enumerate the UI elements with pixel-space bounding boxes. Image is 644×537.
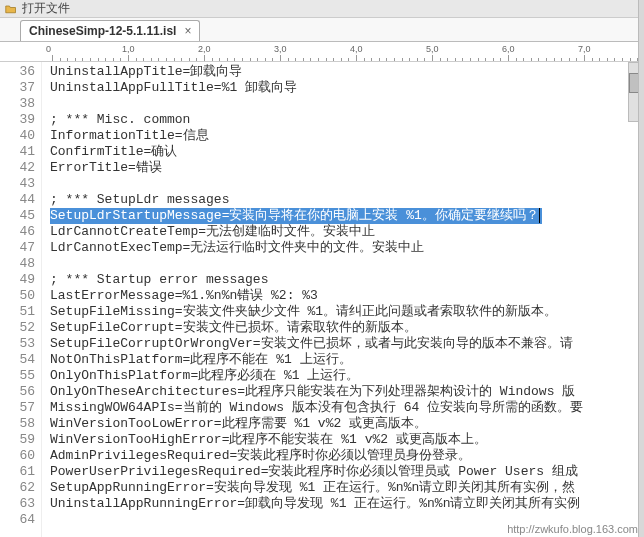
code-line[interactable]: UninstallAppFullTitle=%1 卸载向导	[50, 80, 644, 96]
menu-bar: 打开文件	[0, 0, 644, 18]
line-number: 55	[0, 368, 35, 384]
code-line[interactable]: LastErrorMessage=%1.%n%n错误 %2: %3	[50, 288, 644, 304]
ruler-label: 0	[46, 44, 51, 54]
open-file-label[interactable]: 打开文件	[22, 0, 70, 17]
line-number: 52	[0, 320, 35, 336]
line-number: 39	[0, 112, 35, 128]
open-file-icon[interactable]	[4, 2, 18, 16]
code-line[interactable]: SetupAppRunningError=安装向导发现 %1 正在运行。%n%n…	[50, 480, 644, 496]
line-gutter: 3637383940414243444546474849505152535455…	[0, 62, 42, 537]
code-line[interactable]: SetupLdrStartupMessage=安装向导将在你的电脑上安装 %1。…	[50, 208, 542, 224]
code-editor[interactable]: 3637383940414243444546474849505152535455…	[0, 62, 644, 537]
line-number: 37	[0, 80, 35, 96]
line-number: 58	[0, 416, 35, 432]
code-line[interactable]: SetupFileCorruptOrWrongVer=安装文件已损坏，或者与此安…	[50, 336, 644, 352]
ruler-label: 5,0	[426, 44, 439, 54]
ruler-label: 2,0	[198, 44, 211, 54]
tab-bar: ChineseSimp-12-5.1.11.isl ×	[0, 18, 644, 42]
code-line[interactable]: NotOnThisPlatform=此程序不能在 %1 上运行。	[50, 352, 644, 368]
code-line[interactable]: ; *** Startup error messages	[50, 272, 644, 288]
code-line[interactable]: PowerUserPrivilegesRequired=安装此程序时你必须以管理…	[50, 464, 644, 480]
ruler-label: 4,0	[350, 44, 363, 54]
code-line[interactable]: AdminPrivilegesRequired=安装此程序时你必须以管理员身份登…	[50, 448, 644, 464]
code-line[interactable]	[50, 256, 644, 272]
line-number: 38	[0, 96, 35, 112]
code-line[interactable]: OnlyOnTheseArchitectures=此程序只能安装在为下列处理器架…	[50, 384, 644, 400]
code-line[interactable]: MissingWOW64APIs=当前的 Windows 版本没有包含执行 64…	[50, 400, 644, 416]
code-line[interactable]: WinVersionTooLowError=此程序需要 %1 v%2 或更高版本…	[50, 416, 644, 432]
file-tab[interactable]: ChineseSimp-12-5.1.11.isl ×	[20, 20, 200, 41]
line-number: 60	[0, 448, 35, 464]
tab-close-icon[interactable]: ×	[184, 24, 191, 38]
line-number: 59	[0, 432, 35, 448]
line-number: 41	[0, 144, 35, 160]
line-number: 51	[0, 304, 35, 320]
code-line[interactable]: ; *** SetupLdr messages	[50, 192, 644, 208]
line-number: 54	[0, 352, 35, 368]
line-number: 43	[0, 176, 35, 192]
line-number: 46	[0, 224, 35, 240]
ruler-label: 7,0	[578, 44, 591, 54]
code-line[interactable]	[50, 176, 644, 192]
line-number: 48	[0, 256, 35, 272]
ruler-label: 3,0	[274, 44, 287, 54]
line-number: 49	[0, 272, 35, 288]
code-line[interactable]: SetupFileMissing=安装文件夹缺少文件 %1。请纠正此问题或者索取…	[50, 304, 644, 320]
code-line[interactable]: LdrCannotCreateTemp=无法创建临时文件。安装中止	[50, 224, 644, 240]
line-number: 63	[0, 496, 35, 512]
code-line[interactable]: SetupFileCorrupt=安装文件已损坏。请索取软件的新版本。	[50, 320, 644, 336]
tab-filename: ChineseSimp-12-5.1.11.isl	[29, 24, 176, 38]
line-number: 64	[0, 512, 35, 528]
footer-watermark: http://zwkufo.blog.163.com	[507, 523, 638, 535]
line-number: 57	[0, 400, 35, 416]
code-line[interactable]: ConfirmTitle=确认	[50, 144, 644, 160]
line-number: 45	[0, 208, 35, 224]
line-number: 61	[0, 464, 35, 480]
line-number: 53	[0, 336, 35, 352]
code-area[interactable]: UninstallAppTitle=卸载向导UninstallAppFullTi…	[42, 62, 644, 537]
code-line[interactable]: UninstallAppRunningError=卸载向导发现 %1 正在运行。…	[50, 496, 644, 512]
code-line[interactable]: WinVersionTooHighError=此程序不能安装在 %1 v%2 或…	[50, 432, 644, 448]
line-number: 50	[0, 288, 35, 304]
line-number: 56	[0, 384, 35, 400]
line-number: 42	[0, 160, 35, 176]
line-number: 44	[0, 192, 35, 208]
line-number: 36	[0, 64, 35, 80]
code-line[interactable]: OnlyOnThisPlatform=此程序必须在 %1 上运行。	[50, 368, 644, 384]
right-border	[638, 0, 644, 537]
code-line[interactable]: UninstallAppTitle=卸载向导	[50, 64, 644, 80]
line-number: 62	[0, 480, 35, 496]
ruler-label: 1,0	[122, 44, 135, 54]
line-number: 40	[0, 128, 35, 144]
code-line[interactable]: InformationTitle=信息	[50, 128, 644, 144]
code-line[interactable]: ; *** Misc. common	[50, 112, 644, 128]
code-line[interactable]	[50, 96, 644, 112]
text-cursor	[539, 208, 540, 223]
line-number: 47	[0, 240, 35, 256]
code-line[interactable]: LdrCannotExecTemp=无法运行临时文件夹中的文件。安装中止	[50, 240, 644, 256]
horizontal-ruler: 01,02,03,04,05,06,07,0	[0, 42, 644, 62]
ruler-label: 6,0	[502, 44, 515, 54]
code-line[interactable]: ErrorTitle=错误	[50, 160, 644, 176]
